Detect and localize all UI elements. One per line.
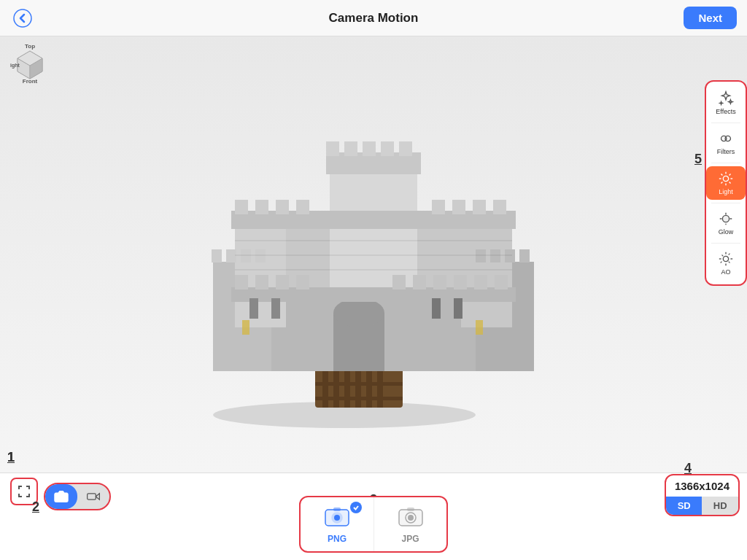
top-bar: Camera Motion Next	[0, 0, 747, 36]
photo-toggle-button[interactable]	[45, 484, 77, 509]
svg-rect-13	[355, 368, 361, 408]
capture-toggle	[44, 483, 111, 510]
svg-rect-70	[519, 249, 530, 262]
format-jpg[interactable]: JPG	[374, 497, 446, 551]
svg-line-90	[721, 182, 722, 184]
step-2-area: 2	[32, 499, 39, 515]
light-label: Light	[719, 188, 733, 195]
svg-rect-16	[315, 382, 403, 386]
svg-point-92	[723, 256, 728, 261]
svg-rect-15	[377, 368, 383, 408]
divider-3	[711, 203, 740, 203]
svg-rect-55	[276, 275, 289, 289]
bottom-toolbar: 1 2	[0, 472, 747, 560]
svg-rect-48	[432, 200, 445, 214]
svg-rect-71	[249, 298, 258, 319]
svg-rect-46	[276, 200, 289, 214]
svg-rect-107	[407, 508, 414, 511]
resolution-panel: 1366x1024 SD HD	[665, 474, 740, 516]
format-png[interactable]: PNG	[301, 497, 374, 551]
svg-line-89	[729, 174, 731, 175]
svg-rect-12	[344, 368, 350, 408]
svg-point-0	[14, 9, 31, 27]
svg-rect-63	[212, 249, 222, 262]
svg-text:Front: Front	[23, 78, 38, 84]
svg-rect-42	[399, 141, 412, 156]
glow-label: Glow	[719, 228, 734, 236]
sd-button[interactable]: SD	[666, 497, 703, 515]
step-1-area: 1	[7, 450, 15, 465]
svg-rect-53	[235, 275, 248, 289]
svg-rect-14	[366, 368, 372, 408]
svg-point-102	[334, 515, 340, 521]
divider-2	[711, 163, 740, 163]
right-sidebar: Effects Filters	[705, 73, 747, 286]
resolution-value: 1366x1024	[666, 475, 738, 497]
svg-rect-17	[315, 397, 403, 400]
sidebar-item-filters[interactable]: Filters	[706, 126, 746, 160]
svg-rect-57	[392, 275, 406, 289]
sidebar-item-glow[interactable]: Glow	[706, 206, 746, 240]
sidebar-item-light[interactable]: Light	[706, 166, 746, 200]
svg-rect-78	[235, 254, 512, 256]
svg-rect-40	[363, 141, 376, 156]
svg-rect-61	[474, 275, 487, 289]
svg-point-106	[408, 515, 414, 521]
svg-rect-51	[493, 200, 506, 214]
hd-button[interactable]: HD	[702, 497, 738, 515]
viewport: Top Right Front	[0, 36, 747, 560]
effects-label: Effects	[716, 108, 735, 115]
svg-rect-41	[381, 141, 394, 156]
svg-rect-45	[255, 200, 268, 214]
step-5-label: 5	[694, 152, 702, 167]
sidebar-panel: Effects Filters	[705, 80, 747, 286]
svg-rect-77	[235, 240, 512, 241]
svg-point-81	[725, 136, 730, 141]
svg-rect-79	[235, 269, 512, 271]
svg-rect-56	[296, 275, 309, 289]
svg-rect-44	[235, 200, 248, 214]
svg-text:Top: Top	[25, 44, 35, 50]
sidebar-item-effects[interactable]: Effects	[706, 86, 746, 120]
orientation-cube[interactable]: Top Right Front	[10, 44, 50, 84]
svg-line-88	[729, 182, 731, 184]
svg-rect-50	[473, 200, 486, 214]
svg-point-31	[333, 298, 384, 327]
svg-rect-54	[255, 275, 268, 289]
svg-rect-39	[344, 141, 357, 156]
jpg-label: JPG	[401, 534, 419, 544]
svg-rect-98	[88, 494, 96, 499]
svg-rect-11	[333, 368, 339, 408]
svg-rect-49	[452, 200, 465, 214]
svg-rect-75	[242, 320, 249, 335]
svg-line-87	[721, 174, 722, 175]
png-label: PNG	[328, 534, 347, 544]
back-button[interactable]	[10, 6, 35, 31]
svg-rect-72	[271, 298, 280, 319]
sidebar-item-ao[interactable]: AO	[706, 246, 746, 280]
svg-rect-59	[433, 275, 446, 289]
svg-rect-73	[432, 298, 441, 319]
ao-label: AO	[721, 268, 730, 276]
svg-rect-76	[476, 320, 483, 335]
svg-rect-64	[226, 249, 236, 262]
canvas-area[interactable]: Top Right Front	[0, 36, 747, 472]
svg-rect-38	[326, 141, 339, 156]
resolution-toggle: SD HD	[666, 497, 738, 515]
next-button[interactable]: Next	[684, 7, 737, 29]
svg-rect-103	[333, 508, 341, 511]
page-title: Camera Motion	[329, 11, 419, 26]
filters-label: Filters	[717, 148, 735, 155]
castle-model	[118, 94, 629, 429]
svg-point-82	[723, 176, 728, 181]
svg-rect-74	[454, 298, 462, 319]
svg-rect-60	[454, 275, 467, 289]
video-toggle-button[interactable]	[77, 484, 109, 509]
format-selector: PNG JPG	[299, 496, 448, 553]
svg-marker-99	[96, 494, 99, 499]
png-check-badge	[350, 502, 362, 513]
svg-rect-58	[413, 275, 426, 289]
svg-rect-62	[495, 275, 508, 289]
svg-rect-47	[296, 200, 309, 214]
divider-4	[711, 243, 740, 244]
